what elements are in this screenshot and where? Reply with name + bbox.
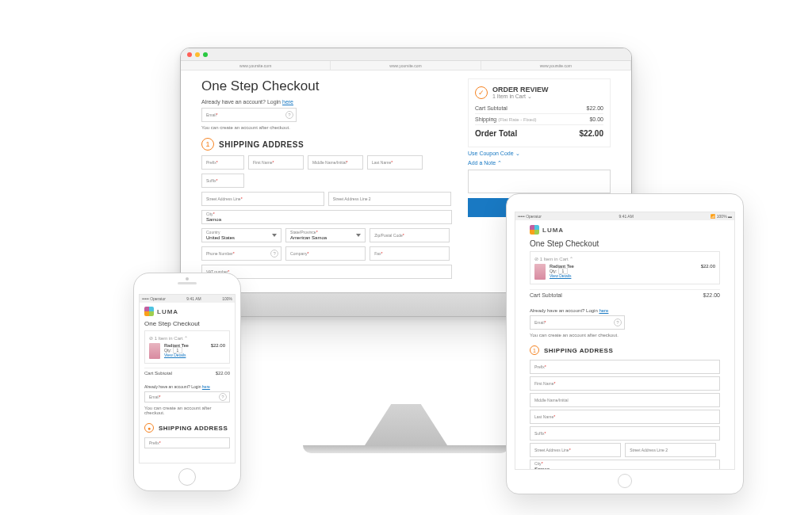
last-name-field[interactable]: Last Name*	[530, 410, 720, 424]
prefix-field[interactable]: Prefix*	[201, 155, 244, 170]
login-link[interactable]: here	[282, 99, 293, 105]
luma-logo-icon	[530, 225, 539, 235]
login-prompt: Already have an account? Login here	[201, 99, 452, 105]
status-bar: ••••• Operator9:41 AM100%	[140, 295, 235, 303]
prefix-field[interactable]: Prefix*	[144, 437, 230, 448]
company-field[interactable]: Company*	[285, 246, 366, 261]
middle-name-field[interactable]: Middle Name/Initial*	[308, 155, 363, 170]
middle-name-field[interactable]: Middle Name/Initial	[530, 393, 720, 407]
step-1-badge: ●	[144, 423, 154, 433]
check-icon: ✓	[475, 86, 488, 99]
order-review-title: ORDER REVIEW	[492, 86, 549, 93]
last-name-field[interactable]: Last Name*	[367, 155, 423, 170]
city-field[interactable]: City* Samoa	[530, 460, 720, 470]
email-field[interactable]: Email* ?	[201, 108, 297, 122]
view-details-link[interactable]: View Details	[164, 353, 186, 357]
browser-titlebar	[181, 48, 631, 61]
brand-name: LUMA	[542, 227, 564, 234]
page-title: One Step Checkout	[530, 239, 720, 248]
login-prompt: Already have an account? Login here	[530, 308, 720, 313]
minimize-icon[interactable]	[195, 52, 200, 57]
address1-field[interactable]: Street Address Line*	[201, 192, 324, 206]
help-icon[interactable]: ?	[219, 393, 227, 401]
step-1-badge: 1	[530, 345, 539, 355]
shipping-heading: SHIPPING ADDRESS	[219, 140, 304, 149]
account-note: You can create an account after checkout…	[201, 125, 452, 130]
account-note: You can create an account after checkout…	[530, 333, 720, 338]
state-select[interactable]: State/Province* American Samoa	[285, 228, 366, 242]
address1-field[interactable]: Street Address Line*	[530, 443, 621, 457]
address2-field[interactable]: Street Address Line 2	[328, 192, 451, 206]
coupon-link[interactable]: Use Coupon Code ⌄	[468, 151, 611, 157]
imac-stand	[365, 404, 447, 445]
view-details-link[interactable]: View Details	[550, 273, 571, 278]
page-title: One Step Checkout	[201, 78, 452, 94]
order-review-panel: ✓ ORDER REVIEW 1 Item in Cart ⌄ Cart Sub…	[468, 78, 611, 147]
prefix-field[interactable]: Prefix*	[530, 360, 720, 374]
address2-field[interactable]: Street Address Line 2	[625, 443, 716, 457]
country-select[interactable]: Country United States	[201, 228, 282, 242]
close-icon[interactable]	[187, 52, 192, 57]
home-button[interactable]	[178, 468, 196, 486]
line-price: $22.00	[211, 343, 225, 359]
help-icon[interactable]: ?	[270, 250, 278, 258]
email-field[interactable]: Email* ?	[530, 315, 625, 330]
phone-device-frame: ••••• Operator9:41 AM100% LUMA One Step …	[133, 273, 241, 491]
cart-summary: ⊘ 1 Item in Cart ⌃ Radiant Tee Qty: 1 Vi…	[530, 251, 720, 284]
suffix-field[interactable]: Suffix*	[530, 426, 720, 441]
brand-name: LUMA	[157, 308, 178, 315]
zip-field[interactable]: Zip/Postal Code*	[370, 228, 450, 242]
first-name-field[interactable]: First Name*	[248, 155, 304, 170]
login-link[interactable]: here	[599, 308, 608, 313]
suffix-field[interactable]: Suffix*	[201, 174, 244, 188]
chevron-down-icon	[272, 234, 277, 237]
browser-tab[interactable]: www.yoursite.com	[181, 61, 331, 70]
cart-head[interactable]: ⊘ 1 Item in Cart ⌃	[534, 256, 715, 261]
vat-field[interactable]: VAT number*	[201, 265, 452, 279]
phone-screen: ••••• Operator9:41 AM100% LUMA One Step …	[139, 294, 236, 464]
tablet-screen: ••••• Operator9:41 AM📶 100% ▬ LUMA One S…	[515, 212, 735, 470]
email-field[interactable]: Email* ?	[144, 391, 230, 402]
imac-foot	[303, 445, 509, 453]
note-textarea[interactable]	[468, 170, 611, 193]
maximize-icon[interactable]	[203, 52, 208, 57]
product-thumb[interactable]	[534, 264, 546, 280]
status-bar: ••••• Operator9:41 AM📶 100% ▬	[515, 212, 734, 220]
browser-tab[interactable]: www.yoursite.com	[331, 61, 481, 70]
page-title: One Step Checkout	[144, 320, 230, 327]
product-thumb[interactable]	[149, 343, 160, 359]
shipping-heading: SHIPPING ADDRESS	[544, 347, 613, 354]
luma-logo-icon	[144, 307, 154, 316]
chevron-down-icon	[356, 234, 361, 237]
shipping-heading: SHIPPING ADDRESS	[159, 425, 228, 432]
camera-icon	[186, 277, 189, 280]
add-note-link[interactable]: Add a Note ⌃	[468, 160, 611, 166]
speaker-icon	[178, 282, 197, 284]
login-link[interactable]: here	[202, 384, 210, 389]
first-name-field[interactable]: First Name*	[530, 376, 720, 391]
city-field[interactable]: City* Samoa	[201, 210, 452, 224]
browser-tab[interactable]: www.yoursite.com	[481, 61, 631, 70]
help-icon[interactable]: ?	[285, 111, 293, 119]
fax-field[interactable]: Fax*	[370, 246, 450, 261]
home-button[interactable]	[618, 474, 632, 488]
cart-head[interactable]: ⊘ 1 Item in Cart ⌃	[149, 335, 225, 341]
tablet-device-frame: ••••• Operator9:41 AM📶 100% ▬ LUMA One S…	[506, 193, 744, 494]
browser-tabs: www.yoursite.com www.yoursite.com www.yo…	[181, 61, 631, 71]
login-prompt: Already have an account? Login here	[144, 384, 230, 389]
line-price: $22.00	[701, 264, 715, 280]
phone-field[interactable]: Phone Number*?	[201, 246, 282, 261]
cart-summary: ⊘ 1 Item in Cart ⌃ Radiant Tee Qty: 1 Vi…	[144, 330, 230, 364]
account-note: You can create an account after checkout…	[144, 406, 230, 415]
help-icon[interactable]: ?	[614, 319, 622, 326]
order-item-count[interactable]: 1 Item in Cart ⌄	[492, 93, 549, 100]
step-1-badge: 1	[201, 138, 214, 151]
